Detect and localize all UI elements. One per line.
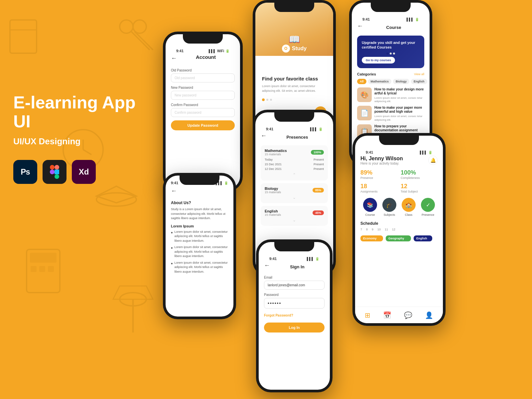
greeting: Hi, Jenny Wilson xyxy=(360,156,403,162)
chip-all[interactable]: All xyxy=(357,79,366,84)
course-nav-icon: 📚 xyxy=(363,198,377,212)
dashboard-header: Hi, Jenny Wilson Here is your activity t… xyxy=(360,156,438,165)
geography-event: Geography xyxy=(386,235,411,241)
english-event: English xyxy=(414,235,432,241)
signin-screen: 9:41 ▌▌▌🔋 ← Sign In Email lanlord jones@… xyxy=(259,242,330,390)
subjects-nav-label: Subjects xyxy=(384,213,395,216)
class-nav[interactable]: 🏫 Class xyxy=(402,198,416,216)
course-thumb-1: 🎨 xyxy=(357,87,372,102)
about-title: About Us? xyxy=(171,200,228,205)
notch-presences xyxy=(274,112,314,122)
home-nav[interactable]: ⊞ xyxy=(365,311,370,319)
chat-nav[interactable]: 💬 xyxy=(404,311,412,319)
chip-bio[interactable]: Biology xyxy=(393,79,409,84)
back-button-presences[interactable]: ← xyxy=(261,132,267,139)
password-input[interactable]: •••••• xyxy=(264,298,325,309)
subjects-nav[interactable]: 🎓 Subjects xyxy=(382,198,396,216)
status-bar-course: 9:41 ▌▌▌🔋 xyxy=(357,15,424,23)
stats-grid: 89% Presence 100% Completeness 18 Assign… xyxy=(360,169,438,193)
bullet-3: • Lorem ipsum dolor sit amet, consectetu… xyxy=(171,261,228,274)
left-branding: E-learning App UI UI/UX Designing Ps Xd xyxy=(13,93,153,184)
notification-button[interactable]: 🔔 xyxy=(428,156,438,165)
schedule-title: Schedule xyxy=(360,221,438,226)
dashboard-screen: 9:41 ▌▌▌🔋 Hi, Jenny Wilson Here is your … xyxy=(355,136,443,323)
svg-rect-19 xyxy=(50,165,55,170)
new-password-label: New Password xyxy=(171,86,235,89)
time-course: 9:41 xyxy=(362,17,370,21)
calendar-nav[interactable]: 📅 xyxy=(383,311,391,319)
course-item-1: 🎨 How to make your design more artful & … xyxy=(357,87,424,103)
svg-rect-20 xyxy=(55,165,59,170)
notch xyxy=(183,34,223,44)
status-icons: ▌▌▌WiFi🔋 xyxy=(209,49,229,53)
svg-point-24 xyxy=(50,170,55,174)
phone-dashboard: 9:41 ▌▌▌🔋 Hi, Jenny Wilson Here is your … xyxy=(352,133,446,326)
adobexd-icon: Xd xyxy=(72,160,96,184)
notch-signin xyxy=(274,242,314,251)
eng-badge: 45% xyxy=(313,210,324,215)
signin-title: Sign In xyxy=(270,264,325,269)
tool-icons-row: Ps Xd xyxy=(13,160,153,184)
mathematics-presence: Mathematics 15 materials 100% TodayPrese… xyxy=(261,145,328,181)
presences-title: Presences xyxy=(267,135,328,140)
categories-label: Categories xyxy=(357,72,376,76)
login-button[interactable]: Log In xyxy=(264,323,325,332)
figma-icon xyxy=(43,160,66,184)
time-about: 9:41 xyxy=(171,181,178,185)
view-all-link[interactable]: View all xyxy=(414,72,424,76)
bio-expand[interactable]: ⌄ xyxy=(265,195,324,200)
phone-about: 9:41 ▌▌▌🔋 ← About Us? Study is a Lorem i… xyxy=(163,173,236,319)
presence-nav[interactable]: ✓ Presence xyxy=(421,198,435,216)
bullet-1: • Lorem ipsum dolor sit amet, consectetu… xyxy=(171,230,228,243)
chip-eng[interactable]: English xyxy=(411,79,427,84)
confirm-password-label: Confirm Password xyxy=(171,103,235,107)
course-nav[interactable]: 📚 Course xyxy=(363,198,377,216)
update-password-button[interactable]: Update Password xyxy=(171,120,235,130)
class-nav-label: Class xyxy=(405,213,413,216)
main-title: E-learning App UI xyxy=(13,93,153,131)
password-label: Password xyxy=(264,293,325,297)
sub-title: UI/UX Designing xyxy=(13,136,153,147)
course-nav-label: Course xyxy=(365,213,375,216)
back-button[interactable]: ← xyxy=(171,55,177,62)
time-presences: 9:41 xyxy=(266,127,273,131)
course-thumb-2: 📄 xyxy=(357,106,372,120)
math-expand[interactable]: ⌃ xyxy=(265,173,324,177)
chip-math[interactable]: Mathematics xyxy=(368,79,392,84)
math-badge: 100% xyxy=(311,150,324,155)
course-item-2: 📄 How to make your paper more powerful a… xyxy=(357,106,424,122)
status-bar-signin: 9:41 ▌▌▌🔋 xyxy=(264,254,325,262)
about-screen: 9:41 ▌▌▌🔋 ← About Us? Study is a Lorem i… xyxy=(166,176,233,317)
lorem-section-title: Lorem Ipsum xyxy=(171,224,228,228)
assignments-stat: 18 Assignments xyxy=(360,183,397,193)
schedule-events: Economy Geography English xyxy=(360,234,438,250)
email-input[interactable]: lanlord jones@email.com xyxy=(264,281,325,290)
presence-nav-label: Presence xyxy=(422,213,434,216)
confirm-password-input[interactable]: Confirm password xyxy=(171,108,235,117)
about-description: Study is a Lorem ipsum dolor sit amet, c… xyxy=(171,207,228,221)
phone-signin: 9:41 ▌▌▌🔋 ← Sign In Email lanlord jones@… xyxy=(256,239,332,392)
status-bar-dashboard: 9:41 ▌▌▌🔋 xyxy=(360,148,438,156)
new-password-input[interactable]: New password xyxy=(171,91,235,100)
old-password-input[interactable]: Old password xyxy=(171,73,235,82)
old-password-label: Old Password xyxy=(171,68,235,72)
completeness-stat: 100% Completeness xyxy=(401,169,438,180)
back-button-about[interactable]: ← xyxy=(171,188,177,195)
banner-button[interactable]: Go to my courses xyxy=(362,57,395,64)
greeting-sub: Here is your activity today. xyxy=(360,162,403,165)
back-button-signin[interactable]: ← xyxy=(264,262,270,269)
english-presence: English 15 materials 45% ⌄ xyxy=(261,206,328,226)
forgot-password-link[interactable]: Forgot Password? xyxy=(264,312,325,318)
svg-rect-22 xyxy=(55,170,59,174)
eng-expand[interactable]: ⌄ xyxy=(265,218,324,222)
email-label: Email xyxy=(264,276,325,279)
notch-about xyxy=(180,176,219,185)
back-button-course[interactable]: ← xyxy=(357,23,363,30)
study-desc: Lorem ipsum dolor sit amet, consectetur … xyxy=(262,84,327,93)
banner-title: Upgrade you skill and get your certified… xyxy=(362,40,420,50)
profile-nav[interactable]: 👤 xyxy=(425,311,433,319)
bullet-2: • Lorem ipsum dolor sit amet, consectetu… xyxy=(171,245,228,259)
slide-dots xyxy=(262,98,327,101)
phone-account: 9:41 ▌▌▌WiFi🔋 ← Account Old Password Old… xyxy=(163,32,243,191)
photoshop-icon: Ps xyxy=(13,160,37,184)
